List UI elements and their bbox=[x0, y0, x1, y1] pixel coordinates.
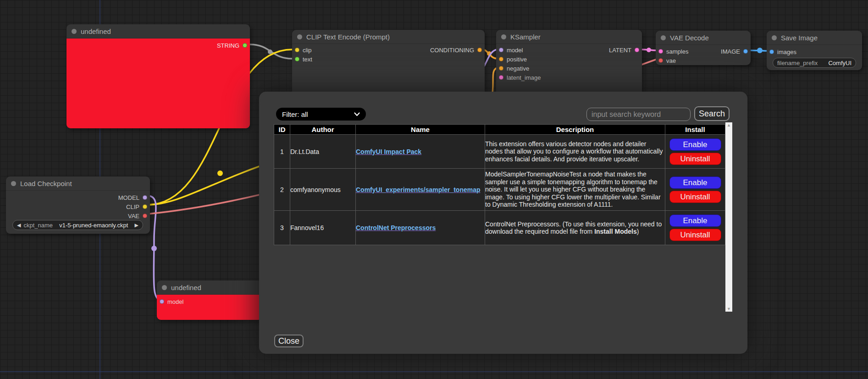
node-undefined-bottom[interactable]: undefined model bbox=[157, 280, 262, 320]
node-title-bar[interactable]: CLIP Text Encode (Prompt) bbox=[292, 30, 485, 44]
input-clip[interactable]: clip bbox=[295, 47, 312, 53]
model-port-icon[interactable] bbox=[499, 48, 503, 52]
enable-button[interactable]: Enable bbox=[669, 138, 721, 151]
output-image[interactable]: IMAGE bbox=[721, 48, 748, 55]
latent-port-icon[interactable] bbox=[499, 75, 503, 80]
vae-port-icon[interactable] bbox=[658, 58, 663, 63]
enable-button[interactable]: Enable bbox=[669, 214, 721, 227]
vae-port-icon[interactable] bbox=[143, 214, 147, 218]
collapse-dot-icon[interactable] bbox=[72, 29, 77, 34]
widget-label: filename_prefix bbox=[777, 60, 818, 66]
scroll-up-icon[interactable]: ▲ bbox=[727, 122, 731, 128]
node-vae-decode[interactable]: VAE Decode samples vae IMAGE bbox=[656, 31, 751, 65]
search-button[interactable]: Search bbox=[694, 106, 730, 121]
string-port-icon[interactable] bbox=[243, 43, 247, 48]
input-samples[interactable]: samples bbox=[658, 48, 688, 55]
clip-port-icon[interactable] bbox=[143, 204, 147, 209]
clip-port-icon[interactable] bbox=[295, 48, 299, 52]
error-node-body: model bbox=[157, 295, 262, 320]
extension-table: ID Author Name Description Install 1 Dr.… bbox=[274, 124, 725, 245]
image-port-icon[interactable] bbox=[743, 49, 748, 54]
cell-description: This extension offers various detector n… bbox=[485, 135, 665, 169]
widget-label: ckpt_name bbox=[23, 222, 53, 229]
node-title-bar[interactable]: undefined bbox=[66, 24, 250, 38]
link-image-dot bbox=[757, 48, 763, 53]
output-latent[interactable]: LATENT bbox=[609, 47, 639, 53]
uninstall-button[interactable]: Uninstall bbox=[669, 229, 721, 241]
collapse-dot-icon[interactable] bbox=[661, 35, 666, 40]
extension-link[interactable]: ControlNet Preprocessors bbox=[356, 224, 436, 231]
extension-manager-dialog: Filter: all Search ID Author Name Descri… bbox=[259, 92, 747, 354]
output-model[interactable]: MODEL bbox=[118, 194, 147, 201]
cell-description: ControlNet Preprocessors. (To use this e… bbox=[485, 211, 665, 245]
node-title-bar[interactable]: Save Image bbox=[767, 31, 862, 45]
input-images[interactable]: images bbox=[769, 49, 796, 55]
node-clip-text-encode[interactable]: CLIP Text Encode (Prompt) clip text COND… bbox=[292, 30, 485, 99]
table-scrollbar[interactable]: ▲ ▼ bbox=[725, 122, 732, 312]
column-header-description: Description bbox=[485, 125, 665, 135]
column-header-install: Install bbox=[665, 125, 725, 135]
output-conditioning[interactable]: CONDITIONING bbox=[430, 47, 482, 53]
ckpt-name-widget[interactable]: ◀ ckpt_name v1-5-pruned-emaonly.ckpt ▶ bbox=[12, 220, 143, 230]
text-port-icon[interactable] bbox=[295, 57, 299, 61]
collapse-dot-icon[interactable] bbox=[11, 181, 16, 186]
output-string[interactable]: STRING bbox=[217, 42, 247, 49]
node-title: Load Checkpoint bbox=[20, 180, 72, 187]
input-model[interactable]: model bbox=[160, 298, 183, 305]
node-title-bar[interactable]: VAE Decode bbox=[656, 31, 751, 45]
collapse-dot-icon[interactable] bbox=[501, 34, 506, 39]
node-ksampler[interactable]: KSampler model positive negative latent_… bbox=[496, 30, 642, 97]
port-label: images bbox=[777, 49, 796, 55]
input-text[interactable]: text bbox=[295, 56, 312, 62]
enable-button[interactable]: Enable bbox=[669, 176, 721, 189]
node-title-bar[interactable]: Load Checkpoint bbox=[6, 176, 150, 191]
uninstall-button[interactable]: Uninstall bbox=[669, 153, 721, 165]
uninstall-button[interactable]: Uninstall bbox=[669, 191, 721, 203]
input-vae[interactable]: vae bbox=[658, 57, 676, 64]
column-header-author: Author bbox=[290, 125, 356, 135]
input-latent-image[interactable]: latent_image bbox=[499, 74, 541, 81]
node-title: KSampler bbox=[510, 33, 541, 41]
cell-author: Dr.Lt.Data bbox=[290, 135, 356, 169]
filename-prefix-widget[interactable]: filename_prefix ComfyUI bbox=[773, 58, 856, 68]
port-label: samples bbox=[666, 48, 688, 55]
extension-table-container: ID Author Name Description Install 1 Dr.… bbox=[274, 124, 732, 312]
scroll-down-icon[interactable]: ▼ bbox=[727, 306, 731, 312]
link-clip-2-dot bbox=[217, 170, 223, 176]
filter-select[interactable]: Filter: all bbox=[276, 108, 366, 121]
next-arrow-icon[interactable]: ▶ bbox=[135, 223, 138, 228]
collapse-dot-icon[interactable] bbox=[772, 35, 777, 40]
port-label: STRING bbox=[217, 42, 239, 49]
collapse-dot-icon[interactable] bbox=[162, 285, 167, 290]
close-button[interactable]: Close bbox=[274, 335, 304, 347]
model-port-icon[interactable] bbox=[160, 299, 164, 304]
node-save-image[interactable]: Save Image images filename_prefix ComfyU… bbox=[767, 31, 862, 70]
node-title-bar[interactable]: undefined bbox=[157, 280, 262, 295]
extension-link[interactable]: ComfyUI Impact Pack bbox=[356, 148, 421, 155]
model-port-icon[interactable] bbox=[143, 195, 147, 200]
port-label: negative bbox=[507, 65, 529, 72]
cell-install: Enable Uninstall bbox=[665, 135, 725, 169]
conditioning-port-icon[interactable] bbox=[477, 48, 482, 52]
port-label: vae bbox=[666, 57, 676, 64]
collapse-dot-icon[interactable] bbox=[297, 34, 302, 39]
input-positive[interactable]: positive bbox=[499, 56, 527, 62]
node-undefined-top[interactable]: undefined STRING bbox=[66, 24, 250, 128]
extension-link[interactable]: ComfyUI_experiments/sampler_tonemap bbox=[356, 186, 481, 193]
node-load-checkpoint[interactable]: Load Checkpoint MODEL CLIP VAE ◀ ckpt_na… bbox=[6, 176, 150, 234]
cell-id: 3 bbox=[274, 211, 290, 245]
port-label: latent_image bbox=[507, 74, 541, 81]
search-input[interactable] bbox=[586, 108, 691, 121]
latent-port-icon[interactable] bbox=[635, 48, 639, 52]
node-title-bar[interactable]: KSampler bbox=[496, 30, 642, 44]
latent-port-icon[interactable] bbox=[658, 49, 663, 54]
input-negative[interactable]: negative bbox=[499, 65, 529, 71]
output-clip[interactable]: CLIP bbox=[126, 203, 147, 210]
conditioning-port-icon[interactable] bbox=[499, 57, 503, 61]
conditioning-port-icon[interactable] bbox=[499, 66, 503, 71]
input-model[interactable]: model bbox=[499, 47, 523, 53]
image-port-icon[interactable] bbox=[769, 49, 774, 54]
prev-arrow-icon[interactable]: ◀ bbox=[17, 223, 21, 228]
output-vae[interactable]: VAE bbox=[128, 213, 147, 219]
widget-value: v1-5-pruned-emaonly.ckpt bbox=[59, 222, 128, 229]
